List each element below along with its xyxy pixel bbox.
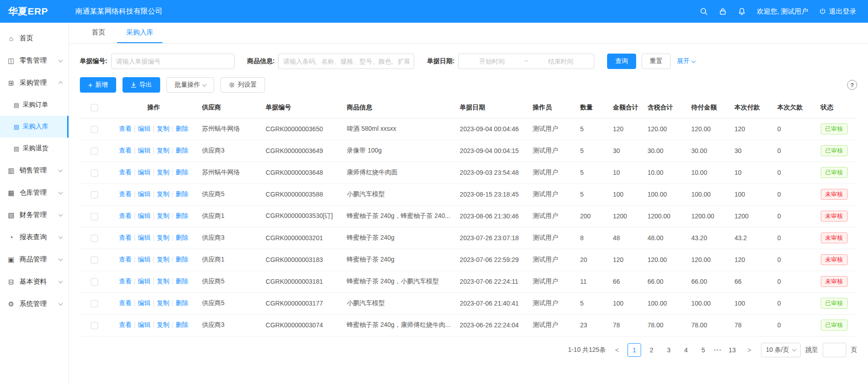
edit-link[interactable]: 编辑 xyxy=(138,168,151,176)
copy-link[interactable]: 复制 xyxy=(157,212,169,219)
row-checkbox[interactable] xyxy=(91,213,98,220)
prev-page-button[interactable]: < xyxy=(610,343,624,357)
page-button-4[interactable]: 4 xyxy=(679,343,693,357)
page-button-1[interactable]: 1 xyxy=(628,343,641,357)
sidebar-item-reports[interactable]: ◔报表查询 xyxy=(0,226,69,248)
delete-link[interactable]: 删除 xyxy=(176,147,188,154)
date-start-input[interactable] xyxy=(461,54,522,68)
cell-debt: 0 xyxy=(774,314,817,336)
chevron-down-icon xyxy=(202,82,206,87)
row-checkbox[interactable] xyxy=(91,257,98,264)
edit-link[interactable]: 编辑 xyxy=(138,147,151,154)
delete-link[interactable]: 删除 xyxy=(176,256,188,263)
tab-purchase-inbound[interactable]: 采购入库 xyxy=(117,23,162,43)
edit-link[interactable]: 编辑 xyxy=(138,234,151,241)
cell-supplier: 供应商5 xyxy=(198,183,262,205)
row-checkbox[interactable] xyxy=(91,191,98,198)
view-link[interactable]: 查看 xyxy=(119,256,132,263)
row-checkbox[interactable] xyxy=(91,126,98,133)
view-link[interactable]: 查看 xyxy=(119,190,132,197)
sidebar-subitem-purchase-inbound[interactable]: ▤采购入库 xyxy=(0,116,69,138)
delete-link[interactable]: 删除 xyxy=(176,277,188,285)
copy-link[interactable]: 复制 xyxy=(157,299,169,306)
batch-actions-button[interactable]: 批量操作 xyxy=(167,77,214,93)
view-link[interactable]: 查看 xyxy=(119,168,132,176)
next-page-button[interactable]: > xyxy=(743,343,756,357)
page-button-3[interactable]: 3 xyxy=(662,343,676,357)
cell-bill_no: CGRK00000003648 xyxy=(262,162,343,183)
edit-link[interactable]: 编辑 xyxy=(138,190,151,197)
sidebar-item-goods[interactable]: ▣商品管理 xyxy=(0,248,69,271)
row-checkbox[interactable] xyxy=(91,300,98,307)
sidebar-item-retail[interactable]: ◫零售管理 xyxy=(0,49,69,72)
copy-link[interactable]: 复制 xyxy=(157,125,169,132)
copy-link[interactable]: 复制 xyxy=(157,256,169,263)
copy-link[interactable]: 复制 xyxy=(157,147,169,154)
row-checkbox[interactable] xyxy=(91,278,98,286)
lock-icon[interactable] xyxy=(719,7,727,15)
warehouse-icon: ▦ xyxy=(7,189,15,197)
date-range-picker[interactable]: ~ xyxy=(458,54,594,69)
row-checkbox[interactable] xyxy=(91,322,98,329)
column-settings-button[interactable]: 列设置 xyxy=(221,77,265,93)
search-icon[interactable] xyxy=(700,7,708,15)
page-button-5[interactable]: 5 xyxy=(696,343,710,357)
tab-home[interactable]: 首页 xyxy=(83,23,114,43)
sidebar-item-warehouse[interactable]: ▦仓库管理 xyxy=(0,182,69,204)
view-link[interactable]: 查看 xyxy=(119,212,132,219)
view-link[interactable]: 查看 xyxy=(119,234,132,241)
jump-page-input[interactable] xyxy=(823,343,846,357)
edit-link[interactable]: 编辑 xyxy=(138,321,151,328)
delete-link[interactable]: 删除 xyxy=(176,125,188,132)
sidebar-item-basic[interactable]: ⊟基本资料 xyxy=(0,271,69,293)
sidebar-item-sales[interactable]: ▥销售管理 xyxy=(0,159,69,182)
page-button-13[interactable]: 13 xyxy=(726,343,739,357)
help-icon[interactable]: ? xyxy=(847,80,857,90)
sidebar-item-system[interactable]: ⚙系统管理 xyxy=(0,293,69,315)
delete-link[interactable]: 删除 xyxy=(176,299,188,306)
delete-link[interactable]: 删除 xyxy=(176,234,188,241)
delete-link[interactable]: 删除 xyxy=(176,168,188,176)
sidebar-subitem-purchase-return[interactable]: ▤采购退货 xyxy=(0,138,69,159)
delete-link[interactable]: 删除 xyxy=(176,321,188,328)
export-button[interactable]: 导出 xyxy=(123,77,160,93)
view-link[interactable]: 查看 xyxy=(119,277,132,285)
edit-link[interactable]: 编辑 xyxy=(138,277,151,285)
expand-link[interactable]: 展开 xyxy=(677,57,695,65)
copy-link[interactable]: 复制 xyxy=(157,190,169,197)
view-link[interactable]: 查看 xyxy=(119,147,132,154)
sidebar-subitem-purchase-order[interactable]: ▤采购订单 xyxy=(0,94,69,116)
page-size-select[interactable]: 10 条/页 xyxy=(761,343,801,357)
page-button-2[interactable]: 2 xyxy=(645,343,658,357)
product-info-input[interactable] xyxy=(278,54,414,69)
sidebar-item-purchase[interactable]: ⊞采购管理 xyxy=(0,72,69,94)
sidebar-item-finance[interactable]: ▧财务管理 xyxy=(0,204,69,226)
delete-link[interactable]: 删除 xyxy=(176,212,188,219)
edit-link[interactable]: 编辑 xyxy=(138,299,151,306)
reset-button[interactable]: 重置 xyxy=(642,54,671,69)
cell-qty: 200 xyxy=(576,205,609,227)
view-link[interactable]: 查看 xyxy=(119,321,132,328)
row-checkbox[interactable] xyxy=(91,148,98,155)
logout-button[interactable]: 退出登录 xyxy=(819,7,856,16)
bell-icon[interactable] xyxy=(738,7,746,15)
copy-link[interactable]: 复制 xyxy=(157,277,169,285)
bill-no-input[interactable] xyxy=(111,54,235,69)
copy-link[interactable]: 复制 xyxy=(157,234,169,241)
row-checkbox[interactable] xyxy=(91,169,98,177)
add-button[interactable]: + 新增 xyxy=(80,77,116,93)
delete-link[interactable]: 删除 xyxy=(176,190,188,197)
row-checkbox[interactable] xyxy=(91,235,98,242)
sidebar-item-home[interactable]: ⌂首页 xyxy=(0,27,69,49)
select-all-checkbox[interactable] xyxy=(91,104,98,111)
cell-date: 2023-09-04 00:04:46 xyxy=(456,118,529,140)
search-button[interactable]: 查询 xyxy=(607,54,636,69)
edit-link[interactable]: 编辑 xyxy=(138,212,151,219)
edit-link[interactable]: 编辑 xyxy=(138,125,151,132)
edit-link[interactable]: 编辑 xyxy=(138,256,151,263)
view-link[interactable]: 查看 xyxy=(119,299,132,306)
view-link[interactable]: 查看 xyxy=(119,125,132,132)
date-end-input[interactable] xyxy=(530,54,591,68)
copy-link[interactable]: 复制 xyxy=(157,168,169,176)
copy-link[interactable]: 复制 xyxy=(157,321,169,328)
